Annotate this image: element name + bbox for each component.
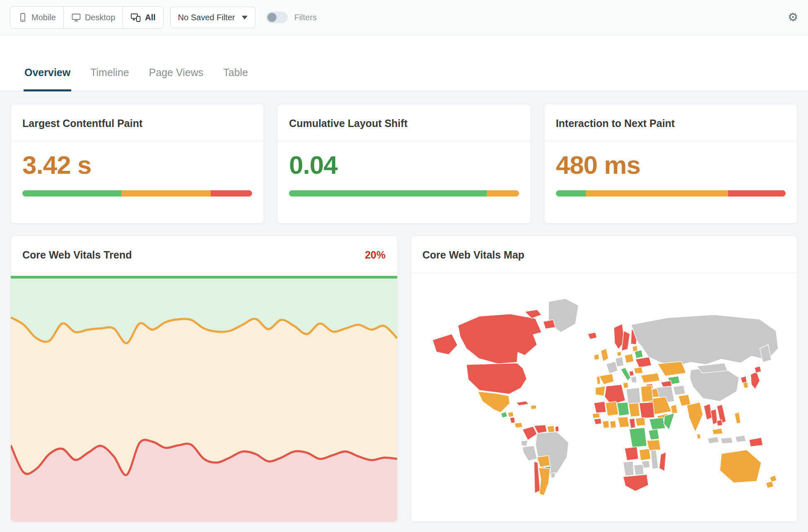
map-country-madagascar[interactable] <box>659 452 666 471</box>
map-country-canada[interactable] <box>543 320 556 329</box>
map-country-belarus[interactable] <box>635 350 643 358</box>
map-country-portugal[interactable] <box>596 376 600 384</box>
map-country-sri-lanka[interactable] <box>697 434 700 439</box>
map-country-new-zealand[interactable] <box>766 481 774 488</box>
map-country-cameroon[interactable] <box>629 418 635 428</box>
map-country-france[interactable] <box>606 362 618 374</box>
map-country-kazakhstan[interactable] <box>657 362 686 376</box>
map-country-sudan[interactable] <box>639 402 654 418</box>
map-country-japan[interactable] <box>750 371 760 389</box>
tab-page-views[interactable]: Page Views <box>148 67 204 91</box>
tab-overview[interactable]: Overview <box>24 67 71 91</box>
map-country-pakistan[interactable] <box>678 395 690 406</box>
map-country-canada[interactable] <box>458 314 541 364</box>
map-country-mozambique[interactable] <box>651 450 659 469</box>
map-country-guinea[interactable] <box>594 418 601 424</box>
device-button-mobile[interactable]: Mobile <box>10 7 64 28</box>
map-country-russia[interactable] <box>631 315 778 366</box>
map-country-morocco[interactable] <box>595 386 605 396</box>
map-country-philippines[interactable] <box>734 412 741 424</box>
map-country-peru[interactable] <box>522 446 537 461</box>
top-toolbar: Mobile Desktop All No Saved Filter Filte… <box>0 0 808 35</box>
map-country-papua-new-guinea[interactable] <box>749 438 762 447</box>
map-country-panama[interactable] <box>514 422 522 428</box>
tab-table[interactable]: Table <box>222 67 249 91</box>
map-country-serbia[interactable] <box>629 371 634 376</box>
map-country-north-korea[interactable] <box>741 376 747 383</box>
map-country-alaska[interactable] <box>432 334 457 355</box>
map-country-kenya[interactable] <box>648 429 659 440</box>
map-country-egypt[interactable] <box>640 385 653 402</box>
trend-card-header: Core Web Vitals Trend 20% <box>11 236 397 273</box>
map-country-ethiopia[interactable] <box>649 417 665 430</box>
map-country-angola[interactable] <box>624 447 638 460</box>
map-country-honduras[interactable] <box>507 412 513 417</box>
map-country-ireland[interactable] <box>594 354 599 360</box>
map-country-south-africa[interactable] <box>623 474 648 491</box>
bar-segment-needs_improvement <box>586 190 728 197</box>
map-country-ecuador[interactable] <box>521 440 528 446</box>
map-country-ukraine[interactable] <box>635 357 651 368</box>
device-button-all[interactable]: All <box>123 7 163 28</box>
bar-segment-good <box>289 190 487 197</box>
map-country-nigeria[interactable] <box>618 417 629 427</box>
map-country-bolivia[interactable] <box>537 455 550 467</box>
map-country-usa[interactable] <box>466 363 527 394</box>
map-country-ivory-coast[interactable] <box>602 421 609 429</box>
tab-bar: Overview Timeline Page Views Table <box>0 35 808 91</box>
map-country-denmark[interactable] <box>617 352 621 356</box>
map-country-japan[interactable] <box>754 366 761 373</box>
map-country-nicaragua[interactable] <box>510 417 515 423</box>
map-country-italy[interactable] <box>620 368 630 381</box>
map-country-indonesia[interactable] <box>707 437 719 444</box>
map-country-cambodia[interactable] <box>717 420 722 426</box>
map-country-colombia[interactable] <box>522 427 537 440</box>
map-country-libya[interactable] <box>626 388 640 405</box>
map-country-uk[interactable] <box>601 348 608 362</box>
map-country-greece[interactable] <box>630 376 637 383</box>
map-country-poland[interactable] <box>624 354 633 363</box>
gear-icon[interactable]: ⚙ <box>788 12 798 23</box>
map-country-cuba[interactable] <box>516 401 529 405</box>
tab-timeline[interactable]: Timeline <box>89 67 130 91</box>
metric-card-cls: Cumulative Layout Shift 0.04 <box>277 104 531 224</box>
map-country-botswana[interactable] <box>634 465 644 475</box>
map-country-afghanistan[interactable] <box>673 385 685 395</box>
map-country-mexico[interactable] <box>478 391 510 412</box>
map-country-indonesia[interactable] <box>735 435 746 442</box>
device-button-desktop[interactable]: Desktop <box>64 7 123 28</box>
map-country-baltics[interactable] <box>632 345 637 352</box>
trend-chart-area <box>11 273 397 522</box>
map-country-new-zealand[interactable] <box>770 475 777 482</box>
map-country-hispaniola[interactable] <box>530 405 536 410</box>
map-country-mali[interactable] <box>605 401 618 416</box>
map-country-chad[interactable] <box>628 403 640 417</box>
map-country-turkey[interactable] <box>640 373 659 383</box>
map-country-australia[interactable] <box>720 450 761 483</box>
map-country-thailand[interactable] <box>710 409 717 424</box>
map-country-indonesia[interactable] <box>720 438 733 444</box>
map-country-niger[interactable] <box>617 402 629 416</box>
map-country-chile[interactable] <box>534 462 540 493</box>
map-country-uruguay[interactable] <box>551 472 555 478</box>
map-country-namibia[interactable] <box>623 461 634 476</box>
map-country-ghana[interactable] <box>610 421 616 429</box>
map-country-suriname[interactable] <box>555 426 558 432</box>
map-country-romania[interactable] <box>634 367 643 374</box>
map-country-argentina[interactable] <box>539 468 550 496</box>
filters-toggle[interactable] <box>266 12 288 23</box>
map-country-iceland[interactable] <box>587 332 596 339</box>
map-country-malaysia[interactable] <box>712 428 723 434</box>
map-country-spain[interactable] <box>599 374 613 385</box>
map-country-drc[interactable] <box>629 427 647 447</box>
saved-filter-dropdown[interactable]: No Saved Filter <box>170 7 255 28</box>
map-country-guatemala[interactable] <box>501 412 507 418</box>
map-country-tunisia[interactable] <box>623 382 628 388</box>
map-country-india[interactable] <box>687 402 703 432</box>
map-country-oman[interactable] <box>671 405 678 414</box>
map-country-senegal[interactable] <box>592 413 600 418</box>
map-country-central-african-republic[interactable] <box>635 417 645 426</box>
map-country-zambia[interactable] <box>639 448 651 460</box>
map-country-mauritania[interactable] <box>594 401 606 413</box>
trend-chart[interactable] <box>11 276 397 522</box>
